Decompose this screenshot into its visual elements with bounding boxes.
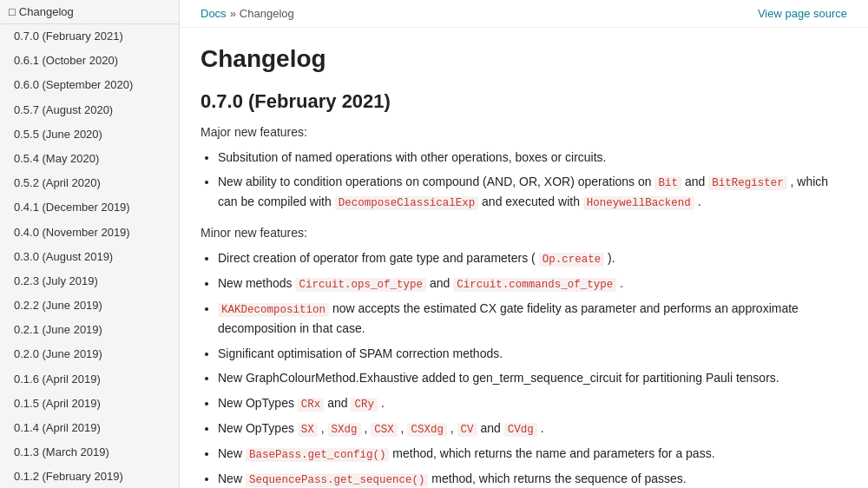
section-title: 0.7.0 (February 2021) <box>201 90 836 113</box>
major-features-list: Subsitution of named operations with oth… <box>218 148 836 212</box>
code-getconfig: BasePass.get_config() <box>246 448 390 462</box>
minor-label: Minor new features: <box>201 226 836 240</box>
sidebar-item-13[interactable]: 0.2.0 (June 2019) <box>0 342 179 366</box>
sidebar-title: Changelog <box>19 5 74 18</box>
minor-item-8: New BasePass.get_config() method, which … <box>218 444 836 464</box>
sidebar-items-list: 0.7.0 (February 2021)0.6.1 (October 2020… <box>0 24 179 488</box>
sidebar-item-12[interactable]: 0.2.1 (June 2019) <box>0 318 179 342</box>
sidebar-item-5[interactable]: 0.5.4 (May 2020) <box>0 147 179 171</box>
minor-item-5: New GraphColourMethod.Exhaustive added t… <box>218 368 836 387</box>
code-cry: CRy <box>351 398 378 412</box>
code-decompose: DecomposeClassicalExp <box>335 196 479 210</box>
sidebar-item-9[interactable]: 0.3.0 (August 2019) <box>0 245 179 269</box>
minor-item-4: Significant optimisation of SPAM correct… <box>218 344 836 363</box>
code-csx: CSX <box>371 423 398 437</box>
minor-item-6: New OpTypes CRx and CRy . <box>218 393 836 413</box>
sidebar: □ Changelog 0.7.0 (February 2021)0.6.1 (… <box>0 0 180 488</box>
sidebar-item-4[interactable]: 0.5.5 (June 2020) <box>0 122 179 147</box>
minor-item-9: New SequencePass.get_sequence() method, … <box>218 469 836 488</box>
breadcrumb-current: Changelog <box>240 7 294 20</box>
view-source-link[interactable]: View page source <box>758 7 847 20</box>
sidebar-item-18[interactable]: 0.1.2 (February 2019) <box>0 465 179 488</box>
sidebar-item-11[interactable]: 0.2.2 (June 2019) <box>0 293 179 318</box>
code-opcreate: Op.create <box>539 253 605 267</box>
sidebar-item-1[interactable]: 0.6.1 (October 2020) <box>0 49 179 73</box>
sidebar-item-6[interactable]: 0.5.2 (April 2020) <box>0 171 179 195</box>
sidebar-item-17[interactable]: 0.1.3 (March 2019) <box>0 440 179 465</box>
docs-link[interactable]: Docs <box>201 7 227 20</box>
code-bitregister: BitRegister <box>708 176 787 190</box>
sidebar-item-14[interactable]: 0.1.6 (April 2019) <box>0 367 179 392</box>
sidebar-item-0[interactable]: 0.7.0 (February 2021) <box>0 24 179 49</box>
main-content: Docs » Changelog View page source Change… <box>180 0 868 488</box>
collapse-icon: □ <box>9 5 16 18</box>
code-csxdg: CSXdg <box>407 423 447 437</box>
code-cvdg: CVdg <box>504 423 537 437</box>
code-sxdg: SXdg <box>328 423 361 437</box>
code-getsequence: SequencePass.get_sequence() <box>246 473 429 487</box>
content-area: Changelog 0.7.0 (February 2021) Major ne… <box>180 28 857 488</box>
code-crx: CRx <box>298 398 325 412</box>
sidebar-item-3[interactable]: 0.5.7 (August 2020) <box>0 98 179 122</box>
minor-item-3: KAKDecomposition now accepts the estimat… <box>218 299 836 338</box>
code-cv: CV <box>457 423 477 437</box>
sidebar-item-7[interactable]: 0.4.1 (December 2019) <box>0 195 179 220</box>
major-item-2: New ability to condition operations on c… <box>218 172 836 212</box>
code-bit: Bit <box>654 176 681 190</box>
sidebar-item-15[interactable]: 0.1.5 (April 2019) <box>0 392 179 416</box>
minor-item-2: New methods Circuit.ops_of_type and Circ… <box>218 274 836 293</box>
code-sx: SX <box>298 423 318 437</box>
code-commands-of-type: Circuit.commands_of_type <box>453 278 616 292</box>
minor-section: Minor new features: Direct creation of o… <box>201 226 836 488</box>
minor-features-list: Direct creation of operator from gate ty… <box>218 248 836 488</box>
sidebar-item-8[interactable]: 0.4.0 (November 2019) <box>0 221 179 245</box>
sidebar-header: □ Changelog <box>0 0 179 24</box>
sidebar-item-10[interactable]: 0.2.3 (July 2019) <box>0 269 179 293</box>
breadcrumb: Docs » Changelog <box>201 7 294 20</box>
topbar: Docs » Changelog View page source <box>180 0 868 28</box>
code-kakdecomp: KAKDecomposition <box>218 303 329 317</box>
sidebar-item-2[interactable]: 0.6.0 (September 2020) <box>0 73 179 97</box>
code-honeywell: HoneywellBackend <box>583 196 694 210</box>
minor-item-7: New OpTypes SX , SXdg , CSX , CSXdg , CV… <box>218 419 836 439</box>
minor-item-1: Direct creation of operator from gate ty… <box>218 248 836 268</box>
major-label: Major new features: <box>201 125 836 139</box>
breadcrumb-separator: » <box>230 7 236 20</box>
major-item-1: Subsitution of named operations with oth… <box>218 148 836 167</box>
code-ops-of-type: Circuit.ops_of_type <box>295 278 426 292</box>
page-title: Changelog <box>201 45 836 73</box>
sidebar-item-16[interactable]: 0.1.4 (April 2019) <box>0 416 179 440</box>
